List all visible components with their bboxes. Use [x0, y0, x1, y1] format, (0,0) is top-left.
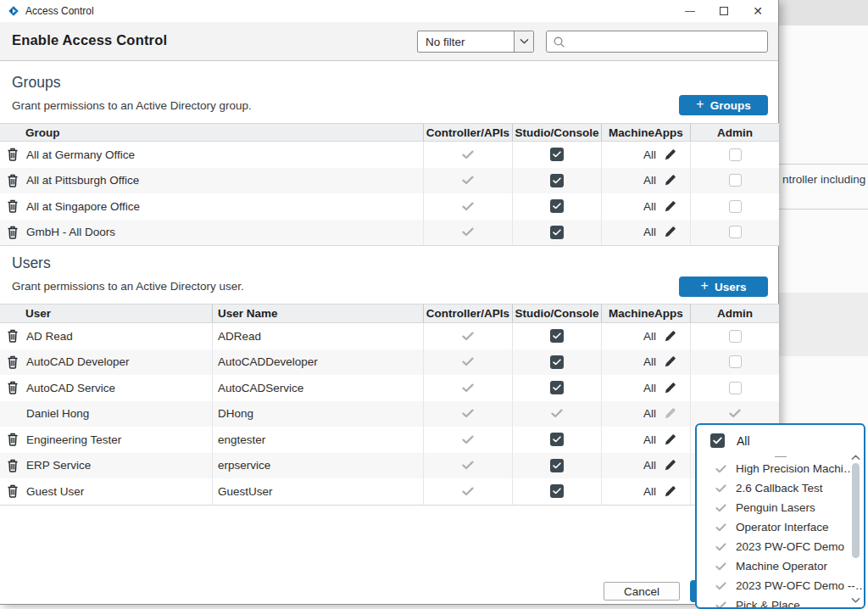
popup-all-item[interactable]: All	[697, 425, 864, 448]
user-name: AutoCADDeveloper	[218, 355, 318, 368]
group-name: GmbH - All Doors	[26, 226, 115, 238]
users-table-header: User User Name Controller/APIs Studio/Co…	[0, 304, 779, 323]
cancel-button[interactable]: Cancel	[604, 582, 680, 601]
add-groups-button[interactable]: + Groups	[679, 95, 768, 115]
search-input[interactable]	[565, 31, 767, 52]
edit-pencil-icon[interactable]	[664, 459, 676, 472]
col-studio: Studio/Console	[512, 124, 601, 141]
delete-icon[interactable]	[7, 484, 19, 498]
edit-pencil-icon[interactable]	[664, 226, 676, 238]
machine-item[interactable]: 2.6 Callback Test	[697, 478, 864, 498]
all-checkbox[interactable]	[710, 433, 725, 448]
edit-pencil-icon[interactable]	[664, 382, 676, 394]
check-icon	[462, 383, 474, 393]
col-user: User	[0, 304, 212, 322]
studio-checkbox[interactable]	[550, 355, 564, 369]
add-users-button[interactable]: + Users	[679, 277, 768, 297]
popup-scrollbar[interactable]	[849, 454, 861, 604]
edit-pencil-icon[interactable]	[664, 148, 676, 161]
check-icon	[715, 504, 726, 512]
check-icon	[462, 357, 474, 366]
machine-label: Penguin Lasers	[736, 501, 815, 514]
machineapps-value: All	[643, 433, 656, 446]
machine-item[interactable]: Operator Interface	[697, 517, 864, 537]
add-groups-label: Groups	[710, 99, 751, 112]
table-row: All at Germany Office All	[0, 142, 779, 168]
table-row: AutoCAD Service AutoCADService All	[0, 375, 779, 401]
admin-checkbox[interactable]	[729, 148, 742, 161]
admin-checkbox[interactable]	[729, 330, 742, 343]
user-display-name: Engineering Tester	[26, 433, 121, 446]
chevron-down-icon[interactable]	[514, 31, 533, 52]
machineapps-value: All	[643, 226, 656, 238]
machine-item[interactable]: High Precision Machi…	[697, 459, 864, 478]
machine-label: High Precision Machi…	[736, 462, 854, 475]
delete-icon[interactable]	[7, 174, 19, 187]
edit-pencil-icon[interactable]	[664, 433, 676, 446]
check-icon	[715, 543, 726, 551]
check-icon	[715, 582, 726, 590]
admin-checkbox[interactable]	[729, 174, 742, 187]
col-controller: Controller/APIs	[423, 124, 512, 141]
studio-checkbox[interactable]	[550, 226, 564, 239]
studio-checkbox[interactable]	[550, 433, 564, 446]
studio-checkbox[interactable]	[550, 459, 564, 472]
delete-icon[interactable]	[7, 381, 19, 394]
delete-icon[interactable]	[7, 433, 19, 446]
admin-checkbox[interactable]	[729, 355, 742, 368]
check-icon	[715, 562, 726, 571]
machine-item[interactable]: Machine Operator	[697, 556, 864, 576]
check-icon	[462, 176, 474, 185]
delete-icon[interactable]	[7, 199, 19, 213]
edit-pencil-icon[interactable]	[664, 355, 676, 368]
machineapps-value: All	[643, 355, 656, 368]
dialog-title: Enable Access Control	[12, 32, 167, 48]
delete-icon[interactable]	[7, 459, 19, 472]
edit-pencil-icon[interactable]	[664, 485, 676, 498]
users-table: User User Name Controller/APIs Studio/Co…	[0, 304, 779, 506]
user-name: ADRead	[218, 330, 261, 343]
background-divider	[779, 209, 868, 210]
dialog-header: Enable Access Control No filter	[0, 22, 778, 61]
all-label: All	[737, 434, 750, 448]
delete-icon[interactable]	[7, 226, 19, 239]
edit-pencil-icon[interactable]	[664, 200, 676, 213]
machine-item[interactable]: 2023 PW-OFC Demo --…	[697, 576, 864, 595]
plus-icon: +	[696, 98, 704, 111]
minimize-button[interactable]	[673, 0, 707, 22]
check-icon	[462, 409, 474, 418]
admin-checkbox[interactable]	[729, 226, 742, 238]
background-panel-top	[779, 0, 868, 25]
check-icon	[462, 227, 474, 237]
admin-checkbox[interactable]	[729, 200, 742, 213]
admin-checkbox[interactable]	[729, 382, 742, 394]
machine-item[interactable]: Penguin Lasers	[697, 498, 864, 517]
table-row-current-user: Daniel Hong DHong All	[0, 401, 779, 427]
user-name: erpservice	[218, 459, 270, 472]
delete-icon[interactable]	[7, 329, 19, 343]
edit-pencil-icon[interactable]	[664, 174, 676, 187]
delete-icon[interactable]	[7, 355, 19, 369]
delete-icon[interactable]	[7, 148, 19, 161]
edit-pencil-icon[interactable]	[664, 330, 676, 343]
studio-checkbox[interactable]	[550, 381, 564, 394]
popup-machine-list: High Precision Machi… 2.6 Callback Test …	[697, 459, 864, 609]
screen: ntroller including Access Control ✕ Enab…	[0, 0, 868, 609]
col-machineapps: MachineApps	[601, 304, 690, 322]
studio-checkbox[interactable]	[550, 174, 564, 187]
filter-dropdown[interactable]: No filter	[417, 31, 534, 53]
close-button[interactable]: ✕	[741, 0, 775, 22]
maximize-button[interactable]	[707, 0, 741, 22]
table-row: GmbH - All Doors All	[0, 220, 779, 246]
user-name: engtester	[218, 433, 265, 446]
studio-checkbox[interactable]	[550, 148, 564, 161]
scrollbar-thumb[interactable]	[852, 463, 860, 558]
scroll-down-icon[interactable]	[851, 597, 860, 604]
studio-checkbox[interactable]	[550, 199, 564, 213]
machine-item[interactable]: 2023 PW-OFC Demo	[697, 537, 864, 556]
studio-checkbox[interactable]	[550, 484, 564, 498]
scroll-up-icon[interactable]	[851, 454, 860, 461]
studio-checkbox[interactable]	[550, 329, 564, 343]
machine-item[interactable]: Pick & Place	[697, 595, 864, 609]
add-users-label: Users	[715, 281, 747, 293]
